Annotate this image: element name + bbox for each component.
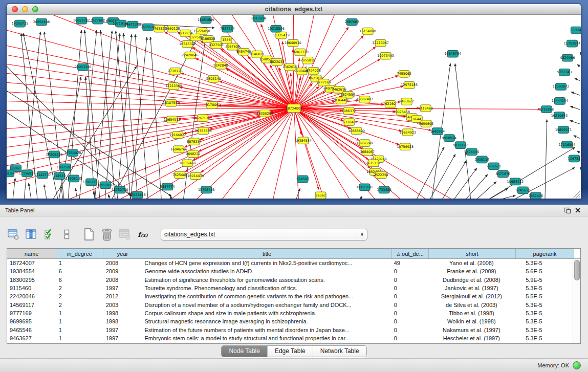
graph-node[interactable]: 9958924: [442, 135, 457, 142]
table-cell[interactable]: 1: [56, 327, 103, 333]
graph-node[interactable]: 14671358: [124, 21, 141, 28]
graph-node[interactable]: 116753: [568, 155, 580, 162]
graph-node[interactable]: 12505135: [66, 175, 82, 182]
graph-node[interactable]: 16154808: [359, 28, 376, 35]
table-cell[interactable]: 5.9E-5: [515, 277, 573, 283]
table-cell[interactable]: 5.3E-5: [515, 335, 573, 341]
table-cell[interactable]: 5.3E-5: [515, 327, 573, 333]
network-window-titlebar[interactable]: citations_edges.txt: [7, 4, 581, 15]
graph-node[interactable]: 20206526: [46, 151, 63, 158]
table-cell[interactable]: 5.6E-5: [515, 268, 573, 274]
table-cell[interactable]: 2008: [103, 260, 142, 266]
graph-node[interactable]: 8454749: [236, 48, 251, 55]
graph-node[interactable]: 1862426: [529, 192, 543, 199]
table-cell[interactable]: Tourette syndrome. Phenomenology and cla…: [142, 285, 391, 291]
graph-node[interactable]: 9879197: [453, 142, 468, 149]
graph-node[interactable]: 7485063: [397, 71, 411, 78]
graph-node[interactable]: 86362: [315, 192, 326, 199]
table-cell[interactable]: 6: [56, 268, 103, 274]
graph-node[interactable]: 7932621: [487, 163, 502, 170]
table-cell[interactable]: 2008: [103, 277, 142, 283]
graph-node[interactable]: 7615526: [141, 24, 156, 31]
table-cell[interactable]: 19384554: [7, 268, 56, 274]
table-cell[interactable]: Hescheler et al. (1997): [428, 335, 515, 341]
tab-node-table[interactable]: Node Table: [222, 346, 268, 357]
graph-node[interactable]: 9329966: [560, 54, 575, 61]
graph-node[interactable]: 10975887: [57, 164, 74, 171]
table-cell[interactable]: Franke et al. (2009): [428, 268, 515, 274]
table-cell[interactable]: 0: [391, 327, 428, 333]
table-cell[interactable]: Tibbo et al. (1998): [428, 310, 515, 316]
table-cell[interactable]: 2: [56, 302, 103, 308]
graph-node[interactable]: 6794028: [306, 68, 321, 75]
graph-node[interactable]: 1527602: [91, 17, 105, 24]
graph-node[interactable]: 15720407: [341, 119, 358, 126]
graph-node[interactable]: 9474444: [465, 148, 480, 156]
graph-node[interactable]: 16914479: [187, 172, 204, 180]
graph-node[interactable]: 2967608: [225, 43, 240, 50]
graph-node[interactable]: 9327508: [209, 41, 224, 49]
table-cell[interactable]: 2: [56, 293, 103, 299]
zoom-window-button[interactable]: [32, 6, 38, 12]
column-header-pagerank[interactable]: pagerank: [516, 249, 574, 258]
graph-node[interactable]: 8822037: [270, 58, 285, 65]
graph-node[interactable]: 12213967: [372, 39, 389, 47]
graph-node[interactable]: 9698222: [186, 150, 201, 158]
table-row[interactable]: 977716911998Corpus callosum shape and si…: [7, 309, 573, 317]
table-cell[interactable]: 5.3E-5: [515, 302, 573, 308]
window-resize-grip[interactable]: [572, 190, 580, 198]
graph-node[interactable]: 8215958: [539, 106, 554, 113]
table-cell[interactable]: 9777169: [7, 310, 56, 316]
graph-node[interactable]: 114519: [53, 172, 66, 180]
function-builder-button[interactable]: f(x): [137, 228, 149, 241]
graph-node[interactable]: 8878334: [187, 138, 202, 145]
graph-node[interactable]: 7857224: [220, 25, 235, 32]
graph-node[interactable]: 18724007: [286, 104, 302, 112]
graph-node[interactable]: 2718126: [168, 68, 183, 75]
table-row[interactable]: 946554611997Estimation of the future num…: [7, 325, 573, 334]
new-column-button[interactable]: [83, 228, 95, 241]
table-cell[interactable]: 1998: [103, 310, 142, 316]
table-row[interactable]: 1938455462009Genome-wide association stu…: [7, 267, 573, 275]
graph-node[interactable]: 3267130: [195, 115, 210, 122]
table-cell[interactable]: 5.5E-5: [515, 293, 573, 299]
graph-node[interactable]: 14195141: [356, 184, 373, 191]
graph-node[interactable]: 17016504: [559, 141, 576, 148]
graph-node[interactable]: 1733426: [377, 186, 391, 193]
graph-node[interactable]: 15751074: [564, 40, 581, 47]
memory-ok-indicator[interactable]: [573, 361, 581, 369]
tab-edge-table[interactable]: Edge Table: [268, 346, 313, 357]
table-cell[interactable]: 0: [391, 268, 428, 274]
graph-node[interactable]: 14055725: [12, 20, 29, 27]
graph-node[interactable]: 16053809: [198, 16, 214, 24]
table-cell[interactable]: Yano et al. (2008): [428, 260, 515, 266]
table-cell[interactable]: 0: [391, 285, 428, 291]
graph-node[interactable]: 12093872: [553, 83, 570, 91]
table-row[interactable]: 1830029562008Estimation of significance …: [7, 276, 573, 284]
table-options-button[interactable]: [7, 228, 19, 241]
graph-node[interactable]: 11124: [571, 27, 581, 34]
table-row[interactable]: 1456911722003Disruption of a novel membe…: [7, 300, 573, 309]
graph-node[interactable]: 10654112: [507, 178, 524, 185]
graph-node[interactable]: 9242848: [213, 62, 228, 70]
graph-node[interactable]: 12923448: [129, 191, 146, 199]
graph-node[interactable]: 20053346: [75, 64, 92, 71]
table-cell[interactable]: 0: [391, 335, 428, 341]
graph-node[interactable]: 2857774: [160, 183, 175, 190]
table-cell[interactable]: 5.3E-5: [515, 260, 573, 266]
table-cell[interactable]: 1: [56, 335, 103, 341]
table-cell[interactable]: 0: [391, 277, 428, 283]
graph-node[interactable]: 9245652: [516, 187, 531, 194]
table-cell[interactable]: Estimation of significance thresholds fo…: [142, 277, 391, 283]
graph-node[interactable]: 20891406: [33, 18, 50, 26]
graph-node[interactable]: 9115460: [418, 105, 433, 112]
graph-node[interactable]: 8471676: [496, 170, 511, 178]
table-row[interactable]: 946362711997Embryonic stem cells: a mode…: [7, 334, 573, 342]
graph-node[interactable]: 16961758: [292, 49, 309, 56]
graph-node[interactable]: 18039469: [179, 160, 196, 167]
graph-node[interactable]: 16782759: [112, 186, 128, 193]
table-row[interactable]: 2242004622012Investigating the contribut…: [7, 292, 573, 300]
table-cell[interactable]: 2003: [103, 302, 142, 308]
table-cell[interactable]: 9115460: [7, 285, 56, 291]
table-row[interactable]: 911546021997Tourette syndrome. Phenomeno…: [7, 284, 573, 292]
